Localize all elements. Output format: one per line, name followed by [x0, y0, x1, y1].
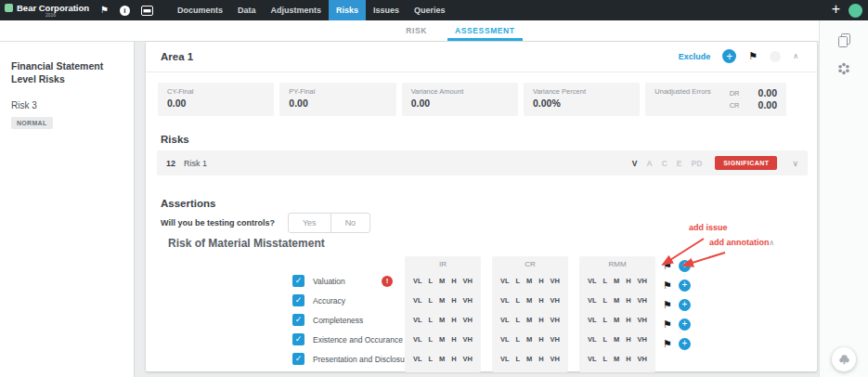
scale-option-m[interactable]: M	[614, 316, 619, 324]
scale-option-vl[interactable]: VL	[413, 277, 422, 285]
nav-item-data[interactable]: Data	[230, 0, 264, 20]
flag-icon[interactable]: ⚑	[100, 6, 109, 15]
documents-panel-icon[interactable]	[838, 33, 850, 47]
scale-option-m[interactable]: M	[439, 277, 445, 285]
sidebar-item-risk-3[interactable]: Risk 3	[11, 100, 126, 110]
scale-option-l[interactable]: L	[429, 316, 434, 324]
add-issue-flag-icon[interactable]: ⚑	[663, 300, 672, 310]
scale-option-h[interactable]: H	[451, 335, 456, 344]
scale-option-vl[interactable]: VL	[588, 335, 597, 344]
scale-option-vl[interactable]: VL	[588, 355, 597, 363]
scale-option-vl[interactable]: VL	[500, 335, 510, 344]
scale-option-h[interactable]: H	[451, 296, 456, 305]
add-annotation-button[interactable]: +	[679, 318, 691, 331]
scale-option-m[interactable]: M	[614, 296, 619, 305]
rmm-collapse-chevron-icon[interactable]: ∧	[769, 240, 774, 247]
add-issue-flag-icon[interactable]: ⚑	[663, 319, 672, 330]
assertion-checkbox[interactable]: ✓	[292, 275, 304, 287]
apps-icon[interactable]	[837, 62, 850, 75]
add-issue-flag-icon[interactable]: ⚑	[663, 261, 672, 271]
scale-option-l[interactable]: L	[603, 355, 608, 363]
risk-row[interactable]: 12 Risk 1 VACEPD SIGNIFICANT ∨	[157, 150, 808, 176]
scale-option-l[interactable]: L	[516, 335, 521, 344]
scale-option-m[interactable]: M	[614, 335, 619, 344]
scale-option-vl[interactable]: VL	[588, 277, 597, 285]
scale-option-l[interactable]: L	[429, 355, 434, 363]
scale-option-vh[interactable]: VH	[638, 316, 647, 324]
add-risk-button[interactable]: +	[722, 49, 736, 63]
flag-icon[interactable]: ⚑	[748, 51, 758, 61]
scale-option-vh[interactable]: VH	[463, 296, 473, 305]
scale-option-m[interactable]: M	[526, 335, 532, 344]
avatar[interactable]	[849, 4, 862, 18]
scale-option-vl[interactable]: VL	[500, 296, 510, 305]
no-button[interactable]: No	[330, 214, 370, 232]
nav-item-queries[interactable]: Queries	[407, 0, 453, 20]
report-icon[interactable]	[141, 6, 153, 16]
tab-risk[interactable]: RISK	[398, 26, 434, 41]
scale-option-vh[interactable]: VH	[463, 335, 473, 344]
scale-option-m[interactable]: M	[614, 277, 619, 285]
assertion-checkbox[interactable]: ✓	[292, 294, 304, 306]
assertion-checkbox[interactable]: ✓	[292, 353, 304, 365]
scale-option-vh[interactable]: VH	[551, 355, 560, 363]
scale-option-l[interactable]: L	[429, 296, 434, 305]
scale-option-vh[interactable]: VH	[638, 355, 647, 363]
scale-option-l[interactable]: L	[603, 277, 608, 285]
scale-option-h[interactable]: H	[451, 277, 456, 285]
scale-option-vl[interactable]: VL	[588, 316, 597, 324]
add-annotation-button[interactable]: +	[679, 280, 691, 292]
scale-option-l[interactable]: L	[516, 296, 521, 305]
scale-option-vl[interactable]: VL	[500, 355, 510, 363]
add-annotation-button[interactable]: +	[679, 338, 691, 350]
tab-assessment[interactable]: ASSESSMENT	[447, 26, 523, 41]
scale-option-vh[interactable]: VH	[463, 277, 473, 285]
scale-option-h[interactable]: H	[626, 296, 630, 305]
assertion-checkbox[interactable]: ✓	[292, 333, 304, 345]
scale-option-h[interactable]: H	[538, 335, 543, 344]
add-icon[interactable]: +	[832, 2, 840, 17]
scale-option-m[interactable]: M	[526, 355, 532, 363]
assertion-letter-e[interactable]: E	[677, 159, 682, 168]
scale-option-l[interactable]: L	[429, 277, 434, 285]
scale-option-vl[interactable]: VL	[413, 316, 422, 324]
status-circle[interactable]	[770, 51, 781, 62]
scale-option-h[interactable]: H	[626, 335, 630, 344]
scale-option-vh[interactable]: VH	[551, 335, 560, 344]
scale-option-m[interactable]: M	[614, 355, 619, 363]
add-annotation-button[interactable]: +	[679, 299, 691, 311]
assertion-letter-v[interactable]: V	[632, 159, 638, 168]
scale-option-m[interactable]: M	[439, 335, 445, 344]
scale-option-vl[interactable]: VL	[413, 296, 422, 305]
scale-option-l[interactable]: L	[516, 316, 521, 324]
scale-option-m[interactable]: M	[439, 355, 445, 363]
nav-item-issues[interactable]: Issues	[366, 0, 407, 20]
add-issue-flag-icon[interactable]: ⚑	[663, 280, 672, 291]
scale-option-h[interactable]: H	[538, 296, 543, 305]
scale-option-vh[interactable]: VH	[551, 296, 560, 305]
scale-option-m[interactable]: M	[439, 316, 445, 324]
assertion-letter-pd[interactable]: PD	[691, 159, 702, 168]
assertion-letter-c[interactable]: C	[662, 159, 667, 168]
info-icon[interactable]: i	[120, 6, 130, 16]
exclude-link[interactable]: Exclude	[679, 52, 711, 61]
nav-item-documents[interactable]: Documents	[170, 0, 230, 20]
scale-option-h[interactable]: H	[538, 277, 543, 285]
nav-item-adjustments[interactable]: Adjustments	[264, 0, 330, 20]
scale-option-m[interactable]: M	[526, 296, 532, 305]
scale-option-h[interactable]: H	[626, 316, 630, 324]
scale-option-vl[interactable]: VL	[500, 277, 510, 285]
assertion-letter-a[interactable]: A	[647, 159, 653, 168]
scale-option-l[interactable]: L	[516, 355, 521, 363]
scale-option-vh[interactable]: VH	[638, 277, 647, 285]
scale-option-h[interactable]: H	[538, 316, 543, 324]
scale-option-l[interactable]: L	[603, 316, 608, 324]
scale-option-h[interactable]: H	[538, 355, 543, 363]
scale-option-m[interactable]: M	[526, 277, 532, 285]
add-annotation-button[interactable]: +	[679, 260, 691, 272]
scale-option-vh[interactable]: VH	[551, 316, 560, 324]
scale-option-l[interactable]: L	[516, 277, 521, 285]
scale-option-m[interactable]: M	[526, 316, 532, 324]
scale-option-vh[interactable]: VH	[463, 355, 473, 363]
scale-option-l[interactable]: L	[429, 335, 434, 344]
